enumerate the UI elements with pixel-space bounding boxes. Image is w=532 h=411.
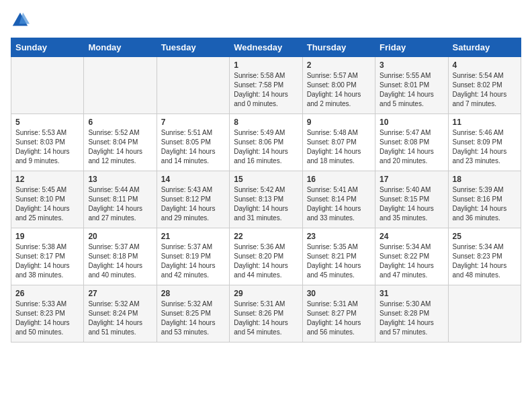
- cell-content: Sunrise: 5:55 AM Sunset: 8:01 PM Dayligh…: [380, 71, 443, 109]
- calendar-cell: 6Sunrise: 5:52 AM Sunset: 8:04 PM Daylig…: [84, 114, 157, 171]
- cell-content: Sunrise: 5:32 AM Sunset: 8:25 PM Dayligh…: [161, 300, 225, 337]
- calendar-cell: 3Sunrise: 5:55 AM Sunset: 8:01 PM Daylig…: [375, 57, 448, 114]
- day-number: 14: [161, 175, 225, 184]
- calendar-cell: 30Sunrise: 5:31 AM Sunset: 8:27 PM Dayli…: [302, 285, 375, 342]
- day-number: 31: [380, 289, 443, 298]
- day-number: 1: [234, 60, 298, 70]
- day-number: 12: [15, 175, 79, 184]
- cell-content: Sunrise: 5:30 AM Sunset: 8:28 PM Dayligh…: [380, 300, 443, 337]
- day-number: 26: [15, 289, 79, 298]
- day-number: 15: [234, 175, 298, 184]
- day-number: 2: [307, 60, 371, 70]
- cell-content: Sunrise: 5:37 AM Sunset: 8:19 PM Dayligh…: [161, 242, 225, 280]
- calendar-cell: 13Sunrise: 5:44 AM Sunset: 8:11 PM Dayli…: [84, 171, 157, 228]
- day-number: 22: [234, 232, 298, 241]
- week-row: 26Sunrise: 5:33 AM Sunset: 8:23 PM Dayli…: [11, 285, 521, 342]
- col-header-thursday: Thursday: [302, 38, 375, 57]
- day-number: 9: [307, 118, 371, 127]
- week-row: 5Sunrise: 5:53 AM Sunset: 8:03 PM Daylig…: [11, 114, 521, 171]
- day-number: 30: [307, 289, 371, 298]
- cell-content: Sunrise: 5:46 AM Sunset: 8:09 PM Dayligh…: [453, 128, 517, 166]
- cell-content: Sunrise: 5:48 AM Sunset: 8:07 PM Dayligh…: [307, 128, 371, 166]
- day-number: 3: [380, 60, 443, 70]
- cell-content: Sunrise: 5:51 AM Sunset: 8:05 PM Dayligh…: [161, 128, 225, 166]
- calendar-cell: 19Sunrise: 5:38 AM Sunset: 8:17 PM Dayli…: [11, 228, 84, 285]
- cell-content: Sunrise: 5:44 AM Sunset: 8:11 PM Dayligh…: [88, 185, 152, 223]
- calendar-cell: 23Sunrise: 5:35 AM Sunset: 8:21 PM Dayli…: [302, 228, 375, 285]
- cell-content: Sunrise: 5:37 AM Sunset: 8:18 PM Dayligh…: [88, 242, 152, 280]
- cell-content: Sunrise: 5:45 AM Sunset: 8:10 PM Dayligh…: [15, 185, 79, 223]
- cell-content: Sunrise: 5:53 AM Sunset: 8:03 PM Dayligh…: [15, 128, 79, 166]
- cell-content: Sunrise: 5:31 AM Sunset: 8:27 PM Dayligh…: [307, 300, 371, 337]
- day-number: 8: [234, 118, 298, 127]
- calendar-cell: [84, 57, 157, 114]
- day-number: 21: [161, 232, 225, 241]
- cell-content: Sunrise: 5:31 AM Sunset: 8:26 PM Dayligh…: [234, 300, 298, 337]
- week-row: 19Sunrise: 5:38 AM Sunset: 8:17 PM Dayli…: [11, 228, 521, 285]
- day-number: 4: [453, 60, 517, 70]
- calendar-cell: 25Sunrise: 5:34 AM Sunset: 8:23 PM Dayli…: [448, 228, 521, 285]
- cell-content: Sunrise: 5:54 AM Sunset: 8:02 PM Dayligh…: [453, 71, 517, 109]
- calendar-cell: 24Sunrise: 5:34 AM Sunset: 8:22 PM Dayli…: [375, 228, 448, 285]
- day-number: 28: [161, 289, 225, 298]
- cell-content: Sunrise: 5:32 AM Sunset: 8:24 PM Dayligh…: [88, 300, 152, 337]
- calendar-cell: 1Sunrise: 5:58 AM Sunset: 7:58 PM Daylig…: [230, 57, 302, 114]
- cell-content: Sunrise: 5:33 AM Sunset: 8:23 PM Dayligh…: [15, 300, 79, 337]
- col-header-saturday: Saturday: [448, 38, 521, 57]
- logo-icon: [11, 11, 30, 30]
- day-number: 23: [307, 232, 371, 241]
- calendar-cell: 14Sunrise: 5:43 AM Sunset: 8:12 PM Dayli…: [157, 171, 229, 228]
- cell-content: Sunrise: 5:39 AM Sunset: 8:16 PM Dayligh…: [453, 185, 517, 223]
- calendar-cell: 10Sunrise: 5:47 AM Sunset: 8:08 PM Dayli…: [375, 114, 448, 171]
- day-number: 5: [15, 118, 79, 127]
- day-number: 20: [88, 232, 152, 241]
- calendar-cell: 5Sunrise: 5:53 AM Sunset: 8:03 PM Daylig…: [11, 114, 84, 171]
- calendar-cell: 20Sunrise: 5:37 AM Sunset: 8:18 PM Dayli…: [84, 228, 157, 285]
- cell-content: Sunrise: 5:57 AM Sunset: 8:00 PM Dayligh…: [307, 71, 371, 109]
- calendar-cell: 31Sunrise: 5:30 AM Sunset: 8:28 PM Dayli…: [375, 285, 448, 342]
- day-number: 16: [307, 175, 371, 184]
- calendar-table: SundayMondayTuesdayWednesdayThursdayFrid…: [11, 38, 521, 342]
- col-header-wednesday: Wednesday: [230, 38, 302, 57]
- day-number: 19: [15, 232, 79, 241]
- day-number: 7: [161, 118, 225, 127]
- col-header-tuesday: Tuesday: [157, 38, 229, 57]
- day-number: 27: [88, 289, 152, 298]
- week-row: 1Sunrise: 5:58 AM Sunset: 7:58 PM Daylig…: [11, 57, 521, 114]
- cell-content: Sunrise: 5:58 AM Sunset: 7:58 PM Dayligh…: [234, 71, 298, 109]
- calendar-cell: 26Sunrise: 5:33 AM Sunset: 8:23 PM Dayli…: [11, 285, 84, 342]
- cell-content: Sunrise: 5:42 AM Sunset: 8:13 PM Dayligh…: [234, 185, 298, 223]
- calendar-cell: [11, 57, 84, 114]
- cell-content: Sunrise: 5:38 AM Sunset: 8:17 PM Dayligh…: [15, 242, 79, 280]
- day-number: 6: [88, 118, 152, 127]
- day-number: 18: [453, 175, 517, 184]
- cell-content: Sunrise: 5:52 AM Sunset: 8:04 PM Dayligh…: [88, 128, 152, 166]
- calendar-cell: [448, 285, 521, 342]
- logo: [11, 11, 32, 30]
- day-number: 17: [380, 175, 443, 184]
- calendar-cell: 21Sunrise: 5:37 AM Sunset: 8:19 PM Dayli…: [157, 228, 229, 285]
- day-number: 25: [453, 232, 517, 241]
- col-header-sunday: Sunday: [11, 38, 84, 57]
- day-number: 13: [88, 175, 152, 184]
- cell-content: Sunrise: 5:34 AM Sunset: 8:22 PM Dayligh…: [380, 242, 443, 280]
- cell-content: Sunrise: 5:47 AM Sunset: 8:08 PM Dayligh…: [380, 128, 443, 166]
- calendar-cell: [157, 57, 229, 114]
- day-number: 11: [453, 118, 517, 127]
- page-header: [11, 11, 521, 30]
- calendar-cell: 4Sunrise: 5:54 AM Sunset: 8:02 PM Daylig…: [448, 57, 521, 114]
- day-number: 29: [234, 289, 298, 298]
- calendar-cell: 29Sunrise: 5:31 AM Sunset: 8:26 PM Dayli…: [230, 285, 302, 342]
- calendar-cell: 11Sunrise: 5:46 AM Sunset: 8:09 PM Dayli…: [448, 114, 521, 171]
- calendar-cell: 27Sunrise: 5:32 AM Sunset: 8:24 PM Dayli…: [84, 285, 157, 342]
- calendar-cell: 15Sunrise: 5:42 AM Sunset: 8:13 PM Dayli…: [230, 171, 302, 228]
- calendar-cell: 22Sunrise: 5:36 AM Sunset: 8:20 PM Dayli…: [230, 228, 302, 285]
- cell-content: Sunrise: 5:41 AM Sunset: 8:14 PM Dayligh…: [307, 185, 371, 223]
- cell-content: Sunrise: 5:43 AM Sunset: 8:12 PM Dayligh…: [161, 185, 225, 223]
- week-row: 12Sunrise: 5:45 AM Sunset: 8:10 PM Dayli…: [11, 171, 521, 228]
- calendar-cell: 17Sunrise: 5:40 AM Sunset: 8:15 PM Dayli…: [375, 171, 448, 228]
- calendar-cell: 12Sunrise: 5:45 AM Sunset: 8:10 PM Dayli…: [11, 171, 84, 228]
- cell-content: Sunrise: 5:36 AM Sunset: 8:20 PM Dayligh…: [234, 242, 298, 280]
- col-header-friday: Friday: [375, 38, 448, 57]
- calendar-cell: 18Sunrise: 5:39 AM Sunset: 8:16 PM Dayli…: [448, 171, 521, 228]
